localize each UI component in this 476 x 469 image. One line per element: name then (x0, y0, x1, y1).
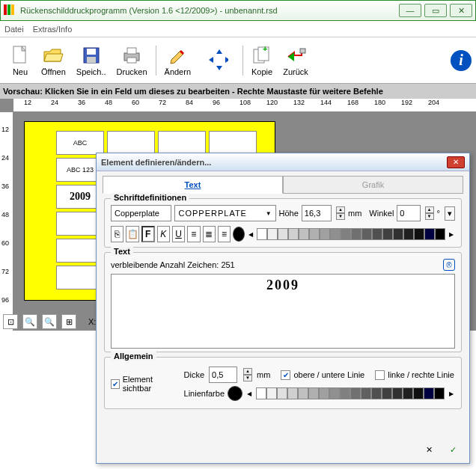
ruler-tick: 84 (186, 99, 193, 106)
maximize-button[interactable]: ▭ (424, 4, 447, 17)
back-button[interactable]: Zurück (278, 43, 314, 79)
registered-icon[interactable]: ® (443, 259, 455, 271)
zoom-bar: ⊡ 🔍 🔍 ⊞ X: (3, 314, 96, 329)
open-button[interactable]: Öffnen (36, 43, 71, 79)
color-swatch[interactable] (424, 228, 435, 240)
color-swatch[interactable] (341, 228, 351, 240)
close-button[interactable]: ✕ (450, 4, 472, 17)
color-swatch[interactable] (278, 228, 288, 240)
color-swatch[interactable] (287, 387, 298, 399)
color-swatch[interactable] (277, 387, 287, 399)
zoom-in-button[interactable]: 🔍 (22, 314, 37, 329)
svg-rect-6 (127, 58, 136, 63)
dialog-close-button[interactable]: ✕ (447, 156, 465, 168)
text-color-dot[interactable] (233, 227, 245, 242)
dialog-title-bar[interactable]: Element definieren/ändern... ✕ (97, 153, 469, 171)
color-swatch[interactable] (424, 387, 434, 399)
ruler-tick: 12 (1, 126, 9, 133)
color-swatch[interactable] (266, 387, 277, 399)
underline-button[interactable]: U (172, 226, 185, 242)
color-swatch[interactable] (308, 387, 319, 399)
copy-button[interactable]: + Kopie (246, 43, 278, 79)
menu-datei[interactable]: Datei (4, 25, 24, 34)
paste-button[interactable]: 📋 (126, 226, 138, 242)
color-swatch[interactable] (413, 387, 424, 399)
thickness-spinner[interactable]: 0,5 (209, 367, 237, 383)
color-swatch[interactable] (320, 228, 330, 240)
color-swatch[interactable] (392, 387, 403, 399)
label-cell[interactable] (158, 131, 206, 155)
edit-icon (167, 45, 188, 66)
color-swatch[interactable] (340, 387, 350, 399)
info-button[interactable]: i (451, 50, 472, 71)
color-swatch[interactable] (434, 387, 445, 399)
text-input[interactable] (111, 274, 455, 349)
prev-color-icon[interactable]: ◀ (248, 231, 253, 238)
font-preview-combo[interactable]: COPPERPLATE▼ (174, 205, 275, 221)
color-swatch[interactable] (257, 228, 267, 240)
ruler-vertical: 12243648607296 (0, 112, 13, 331)
label-cell[interactable]: ABC (56, 131, 104, 155)
align-left-button[interactable]: ≡ (187, 226, 200, 242)
copy-button[interactable]: ⎘ (111, 226, 123, 242)
color-swatch[interactable] (350, 387, 361, 399)
edit-button[interactable]: Ändern (159, 43, 196, 79)
new-button[interactable]: Neu (4, 43, 36, 79)
zoom-fit-button[interactable]: ⊡ (3, 314, 18, 329)
color-swatch[interactable] (393, 228, 403, 240)
color-swatch[interactable] (382, 228, 393, 240)
height-spin-buttons[interactable]: ▲▼ (336, 206, 345, 220)
next-linecolor-icon[interactable]: ▶ (449, 390, 454, 397)
font-name-combo[interactable]: Copperplate (111, 205, 171, 221)
zoom-out-button[interactable]: 🔍 (42, 314, 57, 329)
color-swatch[interactable] (361, 387, 371, 399)
color-swatch[interactable] (330, 228, 341, 240)
save-button[interactable]: Speich.. (71, 43, 112, 79)
ok-button[interactable]: ✓ (444, 441, 462, 459)
color-swatch[interactable] (298, 387, 308, 399)
color-swatch[interactable] (435, 228, 445, 240)
color-swatch[interactable] (361, 228, 372, 240)
top-bottom-line-checkbox[interactable]: ✔obere / untere Linie (281, 370, 364, 380)
color-swatch[interactable] (329, 387, 340, 399)
color-swatch[interactable] (414, 228, 424, 240)
move-button[interactable] (196, 47, 239, 74)
bold-button[interactable]: F (141, 226, 155, 242)
color-swatch[interactable] (267, 228, 278, 240)
color-swatch[interactable] (372, 228, 382, 240)
color-swatch[interactable] (403, 228, 414, 240)
color-swatch[interactable] (382, 387, 392, 399)
visible-checkbox[interactable]: ✔Element sichtbar (111, 375, 177, 393)
align-center-button[interactable]: ≣ (203, 226, 216, 242)
height-spinner[interactable]: 16,3 (302, 205, 332, 221)
angle-spin-buttons[interactable]: ▲▼ (425, 206, 434, 220)
color-swatch[interactable] (403, 387, 413, 399)
linecolor-label: Linienfarbe (184, 389, 225, 398)
line-color-dot[interactable] (228, 386, 242, 401)
mm-label: mm (348, 209, 361, 218)
color-swatch[interactable] (288, 228, 299, 240)
next-color-icon[interactable]: ▶ (449, 231, 454, 238)
tab-text[interactable]: Text (103, 176, 283, 194)
color-swatch[interactable] (319, 387, 329, 399)
cancel-button[interactable]: ✕ (420, 441, 438, 459)
color-swatch[interactable] (309, 228, 320, 240)
minimize-button[interactable]: — (399, 4, 421, 17)
align-right-button[interactable]: ≡ (218, 226, 231, 242)
tab-grafik[interactable]: Grafik (283, 176, 463, 194)
label-cell[interactable] (209, 131, 257, 155)
color-swatch[interactable] (351, 228, 361, 240)
angle-dropdown-icon[interactable]: ▾ (445, 206, 455, 221)
left-right-line-checkbox[interactable]: linke / rechte Linie (375, 370, 454, 380)
color-swatch[interactable] (371, 387, 382, 399)
zoom-region-button[interactable]: ⊞ (61, 314, 76, 329)
thickness-spin-buttons[interactable]: ▲▼ (243, 368, 252, 381)
color-swatch[interactable] (299, 228, 309, 240)
angle-spinner[interactable]: 0 (397, 205, 420, 221)
prev-linecolor-icon[interactable]: ◀ (247, 390, 251, 397)
print-button[interactable]: Drucken (112, 43, 153, 79)
italic-button[interactable]: K (157, 226, 170, 242)
color-swatch[interactable] (256, 387, 266, 399)
menu-extras[interactable]: Extras/Info (33, 25, 73, 34)
label-cell[interactable] (107, 131, 155, 155)
